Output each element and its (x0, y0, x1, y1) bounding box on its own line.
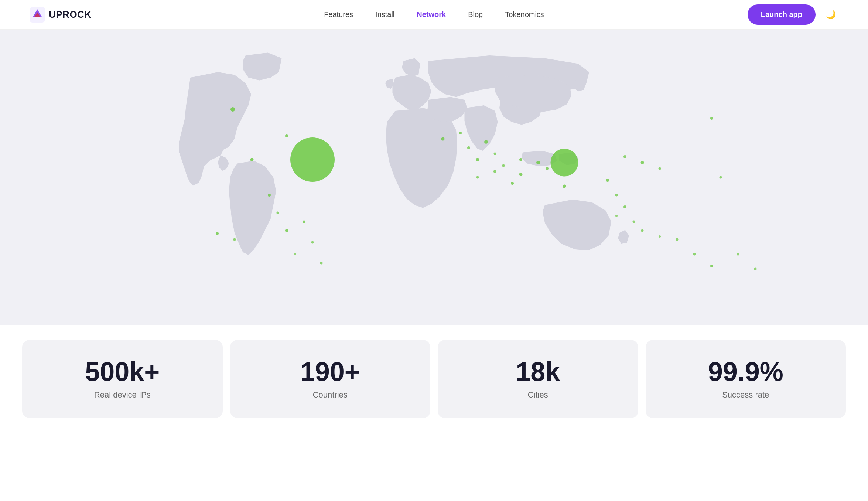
network-dot (519, 158, 522, 161)
network-dot (550, 149, 578, 177)
network-dot (476, 158, 479, 161)
network-dot (615, 215, 618, 217)
network-dot (546, 167, 549, 170)
network-dot (459, 132, 462, 134)
network-dot (320, 262, 322, 265)
stat-label-1: Countries (313, 390, 348, 400)
network-dot (710, 265, 713, 267)
network-dot (216, 232, 219, 235)
logo-text: UPROCK (49, 9, 92, 20)
network-dot (502, 164, 505, 167)
network-dot (623, 155, 626, 158)
stat-label-2: Cities (528, 390, 548, 400)
network-dot (659, 235, 661, 238)
uprock-logo-icon (30, 7, 45, 23)
network-dot (285, 134, 288, 137)
network-dot (285, 229, 288, 232)
nav-tokenomics[interactable]: Tokenomics (505, 10, 544, 19)
logo[interactable]: UPROCK (30, 7, 92, 23)
stat-value-2: 18k (516, 358, 560, 385)
network-dot (563, 185, 566, 188)
stat-value-1: 190+ (300, 358, 360, 385)
stat-card-0: 500k+ Real device IPs (22, 340, 223, 418)
network-dot (606, 179, 609, 182)
network-dot (268, 194, 271, 197)
network-dot (467, 146, 470, 149)
launch-app-button[interactable]: Launch app (748, 4, 816, 25)
stat-label-3: Success rate (722, 390, 769, 400)
network-dot (754, 268, 756, 270)
stats-section: 500k+ Real device IPs 190+ Countries 18k… (0, 325, 868, 433)
network-dot (476, 176, 479, 179)
network-dot (441, 137, 444, 141)
navbar: UPROCK Features Install Network Blog Tok… (0, 0, 868, 30)
network-dot (623, 205, 626, 208)
nav-blog[interactable]: Blog (468, 10, 483, 19)
network-dot (641, 229, 644, 232)
network-dot (536, 161, 540, 164)
network-dot (233, 238, 236, 241)
nav-install[interactable]: Install (375, 10, 394, 19)
nav-features[interactable]: Features (324, 10, 353, 19)
network-dot (719, 176, 722, 179)
network-dot (290, 137, 335, 182)
network-dot (519, 173, 523, 176)
network-dot (659, 167, 661, 170)
nav-network[interactable]: Network (417, 10, 446, 19)
network-dot (230, 107, 235, 112)
network-dot (294, 253, 296, 255)
stat-value-0: 500k+ (85, 358, 160, 385)
theme-toggle-button[interactable]: 🌙 (823, 7, 838, 23)
nav-links: Features Install Network Blog Tokenomics (324, 10, 544, 19)
network-dot (710, 117, 713, 120)
network-dot (693, 253, 696, 256)
network-dot (632, 221, 635, 223)
stat-label-0: Real device IPs (94, 390, 151, 400)
stat-card-2: 18k Cities (438, 340, 638, 418)
network-dot (311, 241, 314, 244)
network-dot (493, 170, 496, 173)
network-dot (615, 194, 618, 197)
network-dots-overlay (0, 30, 868, 325)
network-dot (737, 253, 739, 256)
map-section (0, 30, 868, 325)
network-dot (676, 238, 679, 241)
network-dot (493, 153, 496, 155)
stat-card-3: 99.9% Success rate (646, 340, 846, 418)
network-dot (511, 182, 514, 185)
network-dot (303, 221, 305, 223)
network-dot (250, 158, 253, 161)
stat-card-1: 190+ Countries (230, 340, 431, 418)
network-dot (641, 161, 644, 164)
network-dot (484, 140, 488, 144)
network-dot (277, 212, 279, 214)
stat-value-3: 99.9% (708, 358, 783, 385)
nav-right: Launch app 🌙 (748, 4, 838, 25)
